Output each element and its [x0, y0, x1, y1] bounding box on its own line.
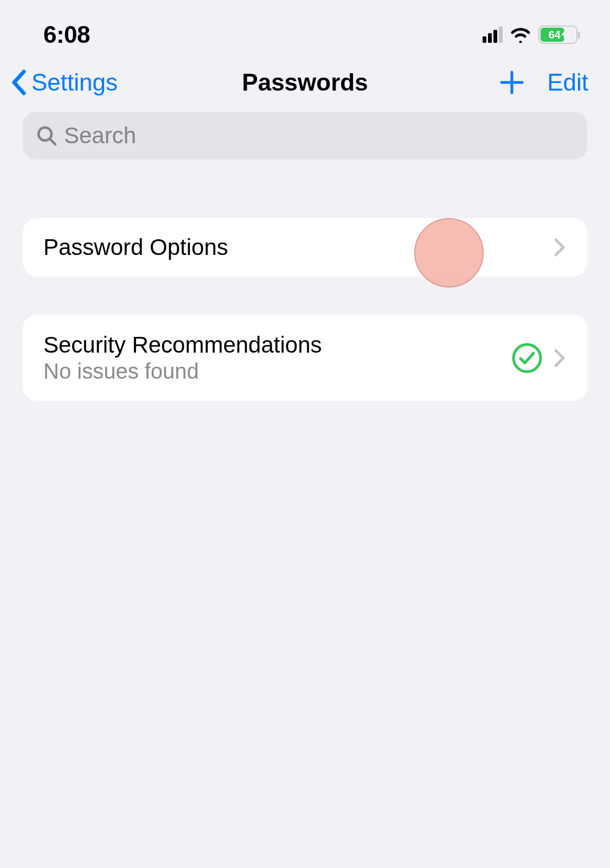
- battery-icon: 64: [538, 25, 577, 44]
- page-title: Passwords: [242, 69, 368, 96]
- chevron-left-icon: [8, 68, 30, 97]
- svg-point-1: [513, 344, 541, 372]
- checkmark-circle-icon: [511, 342, 543, 374]
- nav-actions: Edit: [499, 69, 588, 96]
- chevron-right-icon: [553, 237, 567, 258]
- charging-bolt-icon: [561, 30, 568, 39]
- row-password-options[interactable]: Password Options: [23, 218, 587, 277]
- cellular-signal-icon: [483, 27, 503, 43]
- back-button[interactable]: Settings: [8, 68, 118, 97]
- edit-button[interactable]: Edit: [547, 69, 588, 96]
- row-security-recommendations[interactable]: Security Recommendations No issues found: [23, 315, 587, 401]
- wifi-icon: [509, 27, 532, 43]
- search-placeholder: Search: [64, 123, 136, 149]
- search-icon: [36, 125, 57, 146]
- plus-icon: [499, 70, 524, 95]
- chevron-right-icon: [553, 347, 567, 369]
- battery-percent: 64: [548, 29, 560, 41]
- status-indicators: 64: [483, 25, 577, 44]
- search-input[interactable]: Search: [23, 112, 587, 159]
- row-detail: No issues found: [43, 359, 511, 384]
- row-title: Security Recommendations: [43, 332, 511, 358]
- list-group-password-options: Password Options: [23, 218, 587, 277]
- list-group-security: Security Recommendations No issues found: [23, 315, 587, 401]
- back-label: Settings: [31, 69, 118, 96]
- status-bar: 6:08 64: [0, 0, 610, 54]
- status-time: 6:08: [43, 21, 90, 48]
- row-title: Password Options: [43, 234, 553, 260]
- nav-bar: Settings Passwords Edit: [0, 54, 610, 107]
- add-button[interactable]: [499, 70, 524, 95]
